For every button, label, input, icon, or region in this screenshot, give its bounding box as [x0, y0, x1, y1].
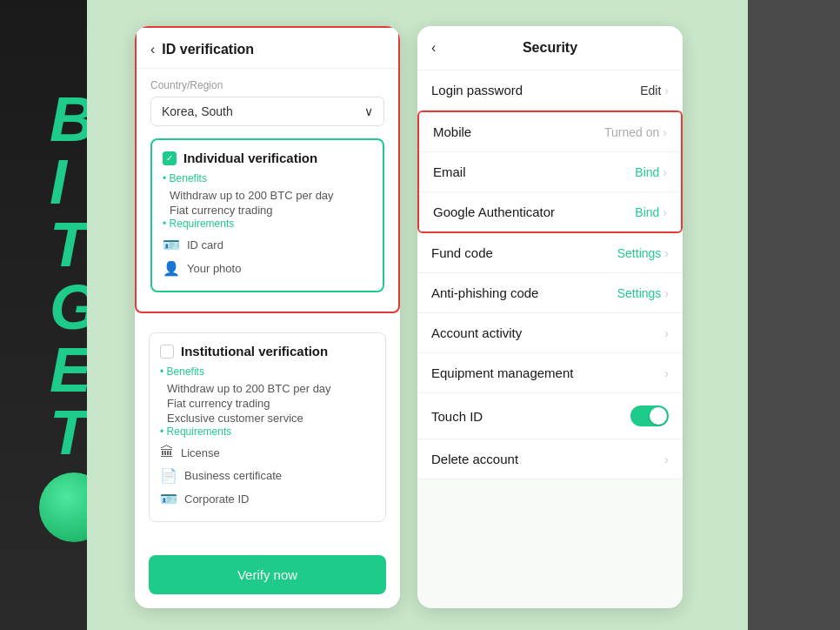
- country-value: Korea, South: [162, 104, 233, 118]
- institutional-card-title: Institutional verification: [181, 344, 328, 359]
- login-password-chevron-right-icon: ›: [664, 84, 669, 97]
- security-item-anti-phishing[interactable]: Anti-phishing code Settings ›: [417, 273, 683, 313]
- bitget-letter-t1: T: [50, 213, 88, 276]
- fund-code-settings: Settings: [617, 246, 662, 260]
- security-list: Login password Edit › Mobile Turned on ›…: [417, 70, 683, 479]
- security-item-account-activity[interactable]: Account activity ›: [417, 313, 683, 353]
- bitget-letter-i: I: [50, 151, 67, 213]
- security-back-arrow-icon[interactable]: ‹: [431, 40, 436, 56]
- security-header: ‹ Security: [417, 26, 683, 70]
- equipment-label: Equipment management: [431, 365, 573, 380]
- login-password-action: Edit ›: [640, 84, 669, 97]
- institutional-req-1-label: License: [181, 446, 220, 459]
- security-item-equipment[interactable]: Equipment management ›: [417, 353, 683, 393]
- bitget-letter-e: E: [50, 338, 91, 401]
- security-item-touch-id[interactable]: Touch ID: [417, 393, 683, 439]
- bitget-letter-t2: T: [50, 401, 88, 464]
- email-label: Email: [433, 164, 466, 179]
- equipment-chevron-right-icon: ›: [664, 366, 669, 380]
- institutional-benefit-1: Withdraw up to 200 BTC per day: [160, 381, 375, 396]
- individual-benefits-label: Benefits: [163, 172, 372, 184]
- delete-account-chevron-right-icon: ›: [664, 452, 669, 466]
- account-activity-chevron-right-icon: ›: [664, 326, 669, 340]
- individual-card-header: Individual verification: [163, 151, 372, 165]
- toggle-thumb: [650, 407, 667, 425]
- id-verification-title: ID verification: [162, 42, 254, 57]
- id-verification-highlighted-section: ‹ ID verification Country/Region Korea, …: [135, 26, 400, 313]
- delete-account-action: ›: [664, 452, 669, 466]
- email-bind: Bind: [635, 165, 659, 179]
- touch-id-toggle[interactable]: [630, 405, 669, 426]
- institutional-requirements-label: Requirements: [160, 426, 375, 438]
- individual-req-1: 🪪 ID card: [163, 233, 372, 257]
- business-cert-icon: 📄: [160, 467, 177, 484]
- institutional-body: Institutional verification Benefits With…: [135, 322, 400, 541]
- security-item-fund-code[interactable]: Fund code Settings ›: [417, 233, 683, 273]
- institutional-benefit-2: Fiat currency trading: [160, 396, 375, 411]
- phones-container: ‹ ID verification Country/Region Korea, …: [135, 26, 683, 608]
- verify-now-button[interactable]: Verify now: [149, 555, 386, 594]
- fund-code-chevron-right-icon: ›: [664, 246, 669, 260]
- country-region-label: Country/Region: [150, 79, 384, 91]
- corporate-id-icon: 🪪: [160, 491, 177, 507]
- individual-requirements-label: Requirements: [163, 218, 372, 230]
- individual-checkbox[interactable]: [163, 151, 177, 165]
- institutional-req-3-label: Corporate ID: [184, 493, 249, 506]
- email-action: Bind ›: [635, 165, 667, 179]
- google-auth-label: Google Authenticator: [433, 204, 555, 219]
- anti-phishing-chevron-right-icon: ›: [664, 286, 669, 300]
- individual-benefit-1: Withdraw up to 200 BTC per day: [163, 188, 372, 203]
- security-phone: ‹ Security Login password Edit › Mobile …: [417, 26, 683, 608]
- institutional-verification-card[interactable]: Institutional verification Benefits With…: [149, 332, 386, 522]
- google-auth-bind: Bind: [635, 205, 659, 219]
- mobile-action: Turned on ›: [604, 125, 667, 139]
- individual-card-title: Individual verification: [183, 151, 317, 165]
- individual-req-2-label: Your photo: [187, 262, 241, 275]
- security-highlighted-group: Mobile Turned on › Email Bind › Google A…: [417, 111, 683, 233]
- institutional-req-2-label: Business certificate: [184, 469, 282, 482]
- anti-phishing-settings: Settings: [617, 286, 662, 300]
- institutional-benefit-3: Exclusive customer service: [160, 411, 375, 426]
- mobile-label: Mobile: [433, 124, 471, 139]
- google-auth-action: Bind ›: [635, 205, 667, 219]
- institutional-card-header: Institutional verification: [160, 344, 375, 359]
- individual-req-2: 👤 Your photo: [163, 257, 372, 280]
- security-item-delete-account[interactable]: Delete account ›: [417, 439, 683, 479]
- id-verification-header: ‹ ID verification: [137, 28, 398, 69]
- email-chevron-right-icon: ›: [663, 165, 667, 179]
- security-item-login-password[interactable]: Login password Edit ›: [417, 70, 683, 111]
- individual-req-1-label: ID card: [187, 238, 223, 251]
- photo-icon: 👤: [163, 260, 180, 277]
- security-item-google-auth[interactable]: Google Authenticator Bind ›: [419, 192, 681, 231]
- institutional-checkbox[interactable]: [160, 345, 174, 359]
- id-verification-phone: ‹ ID verification Country/Region Korea, …: [135, 26, 400, 608]
- mobile-chevron-right-icon: ›: [663, 125, 667, 139]
- account-activity-action: ›: [664, 326, 669, 340]
- license-icon: 🏛: [160, 445, 174, 460]
- id-verification-body: Country/Region Korea, South ∨ Individual…: [137, 69, 398, 312]
- back-arrow-icon[interactable]: ‹: [150, 42, 155, 57]
- anti-phishing-label: Anti-phishing code: [431, 285, 538, 300]
- account-activity-label: Account activity: [431, 325, 522, 340]
- country-select-dropdown[interactable]: Korea, South ∨: [150, 97, 384, 126]
- security-title: Security: [523, 40, 577, 56]
- delete-account-label: Delete account: [431, 452, 518, 466]
- anti-phishing-action: Settings ›: [617, 286, 669, 300]
- institutional-benefits-label: Benefits: [160, 365, 375, 378]
- mobile-turned-on: Turned on: [604, 125, 659, 139]
- fund-code-action: Settings ›: [617, 246, 669, 260]
- equipment-action: ›: [664, 366, 669, 380]
- chevron-down-icon: ∨: [364, 104, 373, 118]
- fund-code-label: Fund code: [431, 245, 493, 260]
- login-password-edit: Edit: [640, 84, 661, 97]
- touch-id-label: Touch ID: [431, 409, 483, 424]
- institutional-req-3: 🪪 Corporate ID: [160, 487, 375, 511]
- individual-verification-card[interactable]: Individual verification Benefits Withdra…: [150, 138, 384, 292]
- institutional-req-2: 📄 Business certificate: [160, 464, 375, 487]
- individual-benefit-2: Fiat currency trading: [163, 203, 372, 218]
- security-item-mobile[interactable]: Mobile Turned on ›: [419, 112, 681, 152]
- security-item-email[interactable]: Email Bind ›: [419, 152, 681, 192]
- google-auth-chevron-right-icon: ›: [663, 205, 667, 219]
- institutional-req-1: 🏛 License: [160, 441, 375, 464]
- login-password-label: Login password: [431, 83, 523, 97]
